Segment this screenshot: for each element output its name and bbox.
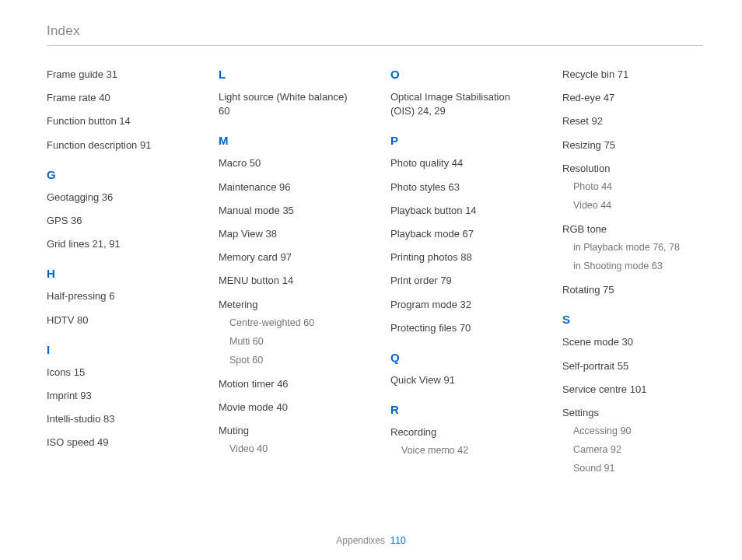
index-entry-title: Red-eye: [562, 92, 600, 103]
index-entry-title: Print order: [390, 275, 438, 286]
index-entry-title: Protecting files: [390, 322, 457, 334]
index-entry-pages: 91: [137, 139, 151, 151]
index-entry: GPS 36: [47, 214, 187, 228]
index-entry: Quick View 91: [390, 373, 531, 387]
index-entry-pages: 91: [441, 374, 455, 386]
index-entry-pages: 32: [457, 299, 471, 310]
index-entry-title: Program mode: [390, 299, 457, 310]
index-subentry: Photo 44: [573, 179, 703, 194]
index-entry-pages: 50: [247, 157, 261, 169]
index-entry-pages: 36: [68, 215, 82, 226]
index-entry-pages: 40: [96, 92, 110, 103]
index-entry-pages: 75: [600, 284, 614, 296]
index-subentry: Voice memo 42: [401, 443, 531, 458]
index-entry: Half-pressing 6: [47, 289, 187, 303]
index-entry-title: Map View: [219, 228, 263, 240]
index-entry-pages: 21, 91: [89, 238, 121, 250]
index-entry-title: Rotating: [562, 284, 600, 296]
index-entry: Resizing 75: [562, 138, 703, 152]
index-entry-pages: 6: [107, 290, 115, 302]
index-entry-title: Motion timer: [219, 378, 275, 390]
index-entry-title: Recycle bin: [562, 68, 614, 80]
index-entry-pages: 35: [280, 205, 294, 216]
index-entry: Grid lines 21, 91: [47, 237, 187, 251]
index-entry-title: Printing photos: [390, 251, 458, 263]
index-entry-title: Half-pressing: [47, 290, 107, 302]
index-entry-title: Reset: [562, 115, 589, 127]
index-entry: Intelli-studio 83: [47, 412, 187, 426]
index-letter: R: [390, 403, 531, 416]
index-entry-pages: 97: [278, 251, 292, 263]
index-entry-pages: 30: [619, 336, 633, 348]
index-letter: G: [47, 168, 187, 181]
index-letter: H: [47, 267, 187, 280]
index-entry-title: Recording: [390, 426, 436, 438]
index-entry-title: Light source (White balance): [219, 91, 347, 103]
index-entry: Maintenance 96: [219, 180, 359, 194]
index-subentry: Sound 91: [573, 460, 703, 476]
index-entry-title: Memory card: [219, 251, 278, 263]
index-entry: Memory card 97: [219, 250, 359, 264]
index-entry-title: Function button: [47, 115, 117, 127]
index-entry: Red-eye 47: [562, 91, 703, 105]
index-entry-title: Icons: [47, 366, 71, 378]
index-letter: Q: [390, 351, 531, 364]
index-letter: L: [219, 68, 359, 81]
index-entry-title: Scene mode: [562, 336, 619, 348]
index-entry: Photo styles 63: [390, 180, 531, 194]
index-entry-title: Resizing: [562, 139, 601, 151]
index-entry: MENU button 14: [219, 274, 359, 288]
index-entry: MeteringCentre-weighted 60Multi 60Spot 6…: [219, 298, 359, 368]
index-entry: Photo quality 44: [390, 156, 531, 170]
index-entry-title: Movie mode: [219, 401, 274, 413]
index-entry: RGB tonein Playback mode 76, 78in Shooti…: [562, 222, 703, 274]
index-subentry: Video 44: [573, 198, 703, 213]
index-entry-pages: 24, 29: [415, 105, 446, 117]
index-entry: ResolutionPhoto 44Video 44: [562, 162, 703, 213]
index-entry-pages: 55: [614, 360, 628, 372]
index-entry-title: HDTV: [47, 314, 74, 326]
index-entry-title: MENU button: [219, 275, 279, 286]
index-entry: Frame rate 40: [47, 91, 187, 105]
index-entry: HDTV 80: [47, 313, 187, 327]
index-entry-pages: 88: [458, 251, 472, 263]
index-entry-pages: 101: [627, 383, 646, 395]
index-letter: P: [390, 134, 531, 147]
index-entry-title: RGB tone: [562, 223, 607, 235]
index-entry-pages: 67: [460, 228, 474, 240]
index-entry-title: Playback mode: [390, 228, 460, 240]
index-column: Recycle bin 71Red-eye 47Reset 92Resizing…: [562, 68, 703, 485]
index-entry-title: Maintenance: [219, 181, 276, 193]
index-entry: Reset 92: [562, 114, 703, 128]
index-subentry: Centre-weighted 60: [229, 315, 359, 331]
index-subentry: Multi 60: [229, 334, 359, 349]
index-entry: Print order 79: [390, 274, 531, 288]
index-entry-title: Photo quality: [390, 157, 449, 169]
index-entry: Rotating 75: [562, 283, 703, 297]
index-column: LLight source (White balance) 60MMacro 5…: [219, 68, 359, 485]
index-columns: Frame guide 31Frame rate 40Function butt…: [47, 68, 703, 485]
index-entry: Function description 91: [47, 138, 187, 152]
index-entry-pages: 70: [457, 322, 471, 334]
index-entry-pages: 96: [276, 181, 290, 193]
index-entry: MutingVideo 40: [219, 424, 359, 457]
index-entry-title: Frame guide: [47, 68, 103, 80]
index-entry: Protecting files 70: [390, 321, 531, 335]
index-entry: ISO speed 49: [47, 436, 187, 450]
index-entry-pages: 14: [463, 205, 477, 216]
index-entry: Macro 50: [219, 156, 359, 170]
index-entry: Optical Image Stabilisation (OIS) 24, 29: [390, 90, 531, 118]
index-entry-title: Service centre: [562, 383, 627, 395]
index-entry: Service centre 101: [562, 383, 703, 397]
index-subentry: Video 40: [229, 441, 359, 457]
index-entry-pages: 46: [275, 378, 289, 390]
index-entry-pages: 93: [78, 390, 92, 401]
index-entry-title: GPS: [47, 215, 68, 226]
index-entry-title: Manual mode: [219, 205, 280, 216]
index-entry-pages: 75: [601, 139, 615, 151]
index-entry-title: ISO speed: [47, 436, 94, 448]
index-subentry: Camera 92: [573, 442, 703, 457]
index-entry: Motion timer 46: [219, 377, 359, 391]
index-entry: Playback mode 67: [390, 227, 531, 241]
index-entry-pages: 44: [449, 157, 463, 169]
